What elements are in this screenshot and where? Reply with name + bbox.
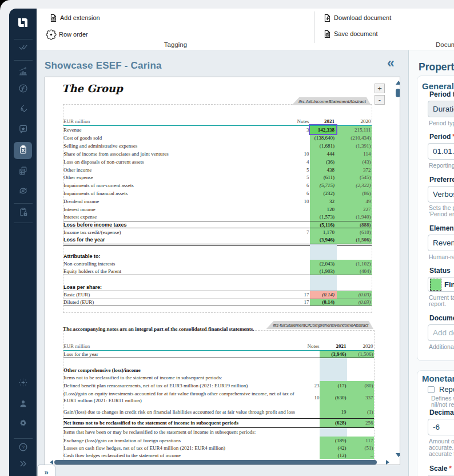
table-row[interactable]: Diluted (EUR)17(0.14)(0.03) — [63, 299, 372, 306]
cell-2020[interactable] — [337, 284, 372, 291]
row-order-button[interactable]: Row order — [46, 29, 88, 39]
sidebar-item-star-bubble[interactable] — [9, 121, 37, 138]
table-row[interactable]: Net items not to be reclassified to the … — [63, 418, 374, 428]
zoom-out-button[interactable]: - — [375, 95, 385, 105]
cell-2021[interactable]: 438 — [310, 166, 337, 174]
download-document-button[interactable]: Download document — [323, 13, 391, 23]
cell-2021[interactable]: (189) — [320, 437, 347, 444]
app-logo[interactable] — [18, 18, 28, 28]
cell-2020[interactable]: (888) — [337, 221, 372, 228]
scroll-up-button[interactable] — [394, 80, 400, 85]
cell-2020[interactable] — [347, 358, 374, 366]
cell-2020[interactable]: (618) — [337, 228, 372, 236]
field-input-decimals[interactable]: -6 — [428, 419, 454, 435]
cell-2020[interactable]: (1,940) — [337, 213, 372, 221]
table-row[interactable] — [63, 244, 372, 252]
cell-2020[interactable]: 215,111 — [337, 126, 372, 134]
table-row[interactable]: (Loss)/gain on equity investments accoun… — [63, 390, 374, 405]
xbrl-tag-pill[interactable]: ifrs-full:IncomeStatementAbstract — [292, 97, 371, 105]
cell-2020[interactable]: 256 — [347, 419, 374, 427]
expand-panel-button[interactable]: » — [37, 465, 55, 476]
sidebar-item-person[interactable] — [9, 396, 37, 413]
cell-2020[interactable]: (1,391) — [337, 142, 372, 150]
cell-2021[interactable] — [310, 284, 337, 291]
table-row[interactable]: Selling and administrative expenses(1,68… — [63, 142, 372, 150]
table-row[interactable]: Loss per share: — [63, 284, 372, 291]
cell-2020[interactable]: – — [347, 451, 374, 459]
sidebar-item-chevrons-right[interactable] — [9, 456, 37, 473]
table-row[interactable]: Income tax credit/(expense)71,170(618) — [63, 228, 372, 236]
table-row[interactable]: Loss for the year(3,946)(1,506) — [63, 351, 374, 359]
table-row[interactable] — [63, 275, 372, 283]
table-row[interactable]: Losses on cash flow hedges, net of tax o… — [63, 444, 374, 451]
table-row[interactable]: Gain/(loss) due to changes in credit ris… — [63, 405, 374, 418]
cell-2021[interactable] — [320, 374, 347, 381]
cell-2021[interactable]: (0.14) — [310, 299, 337, 306]
table-row[interactable]: Other comprehensive (loss)/income — [63, 366, 374, 374]
sidebar-item-sync[interactable] — [9, 183, 37, 200]
checkbox[interactable] — [428, 386, 435, 393]
cell-2020[interactable]: 114 — [337, 150, 372, 158]
table-row[interactable] — [63, 358, 374, 366]
cell-2021[interactable]: 32 — [310, 197, 337, 205]
collapse-panel-button[interactable]: « — [387, 55, 395, 71]
field-input-period[interactable]: 01.01.2021 - 31.12.2021 — [428, 143, 454, 160]
table-row[interactable]: Dividend income103249 — [63, 197, 372, 205]
cell-2021[interactable]: (1,903) — [310, 268, 337, 275]
cell-2021[interactable]: (232) — [310, 189, 337, 197]
cell-2020[interactable]: (1,102) — [337, 260, 372, 267]
table-row[interactable]: Items not to be reclassified to the stat… — [63, 374, 374, 381]
cell-2021[interactable]: (3,946) — [320, 351, 347, 358]
tagged-region[interactable]: EUR millionNotes20212020Loss for the yea… — [63, 330, 375, 460]
sidebar-item-pen-check[interactable] — [9, 101, 37, 118]
cell-2021[interactable]: (628) — [320, 419, 347, 427]
cell-2020[interactable]: (1) — [347, 405, 374, 418]
cell-2020[interactable] — [347, 374, 374, 381]
cell-2020[interactable]: (51) — [347, 444, 374, 451]
report-as-nil-row[interactable]: Report as nil — [428, 386, 454, 393]
cell-2021[interactable]: 19 — [320, 405, 347, 418]
cell-2020[interactable]: 227 — [337, 205, 372, 213]
cell-2021[interactable]: (611) — [310, 174, 337, 182]
cell-2020[interactable]: (0.03) — [337, 291, 372, 298]
cell-2020[interactable]: (404) — [337, 268, 372, 275]
add-extension-button[interactable]: Add extension — [49, 13, 100, 23]
field-input-element-label[interactable]: Revenue — [428, 235, 454, 251]
tagged-region[interactable]: EUR millionNotes20212020Revenue3142,3382… — [63, 104, 372, 313]
cell-2020[interactable]: (2,322) — [337, 181, 372, 189]
scroll-right-button[interactable] — [385, 459, 391, 465]
sidebar-item-gear[interactable] — [9, 415, 37, 433]
table-row[interactable]: Impairments of financial assets6(232)(86… — [63, 189, 372, 197]
cell-2020[interactable]: (1,506) — [347, 351, 374, 358]
sidebar-item-clipboard-x[interactable] — [9, 142, 37, 159]
cell-2021[interactable]: (42) — [320, 444, 347, 451]
cell-2021[interactable]: (3,946) — [310, 236, 337, 244]
sidebar-item-copy-table[interactable] — [9, 163, 37, 180]
cell-2020[interactable] — [347, 366, 374, 374]
field-input-documentation[interactable]: Add documentation — [428, 324, 454, 341]
sidebar-item-check-double[interactable] — [9, 39, 37, 57]
cell-2021[interactable]: (12) — [320, 451, 347, 459]
cell-2020[interactable]: (0.03) — [337, 299, 372, 306]
table-row[interactable]: Interest income120227 — [63, 205, 372, 213]
sidebar-item-sparkle[interactable] — [9, 375, 37, 392]
vertical-scrollbar-thumb[interactable] — [396, 89, 400, 97]
cell-2021[interactable]: (1,573) — [310, 213, 337, 221]
field-input-preferred-label[interactable]: Verbose label — [428, 186, 454, 203]
table-row[interactable]: Impairments of non-current assets6(5,715… — [63, 181, 372, 189]
cell-2021[interactable] — [310, 252, 337, 260]
table-row[interactable]: Items that have been or may be reclassif… — [63, 428, 374, 437]
cell-2021[interactable]: (2,043) — [310, 260, 337, 267]
cell-2021[interactable]: (36) — [310, 158, 337, 166]
table-row[interactable]: Attributable to: — [63, 252, 372, 260]
cell-2021[interactable]: (5,715) — [310, 181, 337, 189]
cell-2020[interactable]: 117 — [347, 437, 374, 444]
cell-2021[interactable] — [320, 428, 347, 437]
cell-2020[interactable]: (1,506) — [337, 236, 372, 244]
save-document-button[interactable]: Save document — [323, 29, 377, 39]
table-row[interactable]: Loss for the year(3,946)(1,506) — [63, 236, 372, 244]
sidebar-item-clipboard-lock[interactable] — [9, 204, 37, 221]
table-row[interactable]: Share of income from associates and join… — [63, 150, 372, 158]
status-control[interactable]: Final — [428, 277, 454, 292]
table-row[interactable]: Defined benefit plan remeasurements, net… — [63, 381, 374, 390]
